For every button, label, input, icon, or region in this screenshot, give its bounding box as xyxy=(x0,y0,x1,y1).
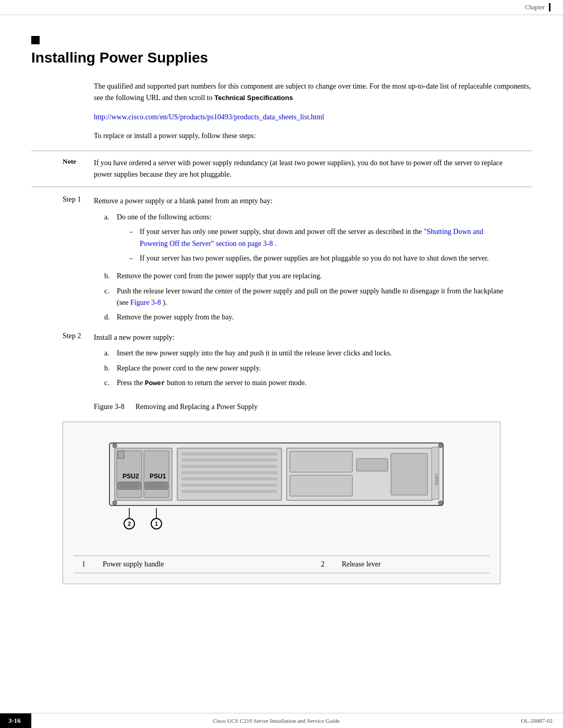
page-content: Installing Power Supplies The qualified … xyxy=(0,15,563,626)
chapter-line xyxy=(549,3,550,11)
svg-text:PSU1: PSU1 xyxy=(150,473,166,480)
svg-rect-17 xyxy=(181,484,277,487)
svg-rect-13 xyxy=(181,459,277,462)
svg-rect-7 xyxy=(119,483,139,488)
svg-rect-15 xyxy=(181,471,277,474)
step1-sub-d: d. Remove the power supply from the bay. xyxy=(104,312,511,323)
step2-sub-c-content: Press the Power button to return the ser… xyxy=(117,377,511,389)
page-header: Chapter xyxy=(0,0,563,15)
step2-sub-c-label: c. xyxy=(104,377,117,389)
dash-2-content: If your server has two power supplies, t… xyxy=(140,253,511,264)
svg-point-24 xyxy=(113,443,117,448)
note-box: Note If you have ordered a server with p… xyxy=(31,151,532,188)
page-number: 3-16 xyxy=(0,713,31,728)
svg-rect-9 xyxy=(146,483,166,488)
figure-caption: Figure 3-8 Removing and Replacing a Powe… xyxy=(94,403,532,411)
chapter-text: Chapter xyxy=(525,4,545,11)
svg-rect-12 xyxy=(181,452,277,455)
step1-sub-c-label: c. xyxy=(104,286,117,297)
server-svg: PSU2 PSU1 xyxy=(104,433,459,537)
dash-2-symbol: – xyxy=(129,253,140,264)
svg-point-27 xyxy=(438,501,443,505)
svg-rect-23 xyxy=(391,453,427,495)
step2-sub-a-label: a. xyxy=(104,348,117,359)
cisco-url-link[interactable]: http://www.cisco.com/en/US/products/ps10… xyxy=(94,113,324,121)
dash-1-symbol: – xyxy=(129,226,140,238)
chapter-marker xyxy=(31,36,40,44)
step-1-content: Remove a power supply or a blank panel f… xyxy=(94,195,532,327)
legend-row-1: 1 Power supply handle 2 Release lever xyxy=(74,556,489,573)
intro-url[interactable]: http://www.cisco.com/en/US/products/ps10… xyxy=(94,112,532,123)
svg-marker-10 xyxy=(118,451,124,459)
legend-2-num: 2 xyxy=(312,556,333,573)
step2-sub-b: b. Replace the power cord to the new pow… xyxy=(104,363,511,374)
step2-sub-a-text: Insert the new power supply into the bay… xyxy=(117,348,511,359)
step-2-container: Step 2 Install a new power supply: a. In… xyxy=(31,332,532,392)
step1-sub-a: a. Do one of the following actions: – If… xyxy=(104,212,511,268)
step1-sub-c: c. Push the release lever toward the cen… xyxy=(104,286,511,309)
step1-sub-b-text: Remove the power cord from the power sup… xyxy=(117,270,511,282)
step1-sub-a-text: Do one of the following actions: xyxy=(117,212,511,223)
chapter-title: Installing Power Supplies xyxy=(31,50,532,66)
step-2-text: Install a new power supply: xyxy=(94,332,511,343)
step-2-content: Install a new power supply: a. Insert th… xyxy=(94,332,532,392)
step1-sub-b: b. Remove the power cord from the power … xyxy=(104,270,511,282)
svg-rect-20 xyxy=(290,451,352,472)
intro-para1: The qualified and supported part numbers… xyxy=(94,81,532,104)
intro-para2: To replace or install a power supply, fo… xyxy=(94,130,532,142)
svg-rect-22 xyxy=(357,459,388,471)
svg-point-26 xyxy=(113,501,117,505)
step2-sub-b-label: b. xyxy=(104,363,117,374)
svg-rect-14 xyxy=(181,465,277,468)
power-button-label: Power xyxy=(145,379,165,387)
legend-1-label: Power supply handle xyxy=(94,556,312,573)
svg-text:195920: 195920 xyxy=(435,473,438,485)
legend-2-label: Release lever xyxy=(333,556,489,573)
figure-3-8-link[interactable]: Figure 3-8 xyxy=(130,299,161,306)
page-footer: 3-16 Cisco UCS C210 Server Installation … xyxy=(0,713,563,728)
note-label: Note xyxy=(31,157,94,181)
legend-1-num: 1 xyxy=(74,556,94,573)
footer-title: Cisco UCS C210 Server Installation and S… xyxy=(31,718,521,724)
step1-sub-c-content: Push the release lever toward the center… xyxy=(117,286,511,309)
svg-rect-16 xyxy=(181,477,277,480)
svg-rect-21 xyxy=(290,475,352,496)
step2-sub-b-text: Replace the power cord to the new power … xyxy=(117,363,511,374)
step1-sub-b-label: b. xyxy=(104,270,117,282)
figure-diagram-area: PSU2 PSU1 xyxy=(63,422,500,584)
step1-sub-d-label: d. xyxy=(104,312,117,323)
figure-number: Figure 3-8 xyxy=(94,403,125,411)
step-2-label: Step 2 xyxy=(31,332,94,340)
svg-text:2: 2 xyxy=(128,521,131,527)
svg-point-25 xyxy=(438,443,443,448)
dash-item-2: – If your server has two power supplies,… xyxy=(129,253,511,264)
step1-sub-d-text: Remove the power supply from the bay. xyxy=(117,312,511,323)
svg-text:PSU2: PSU2 xyxy=(123,473,139,480)
dash-item-1: – If your server has only one power supp… xyxy=(129,226,511,250)
svg-text:1: 1 xyxy=(155,521,158,527)
step2-sub-c: c. Press the Power button to return the … xyxy=(104,377,511,389)
step-1-text: Remove a power supply or a blank panel f… xyxy=(94,195,511,207)
dash-1-content: If your server has only one power supply… xyxy=(140,226,511,250)
figure-caption-text: Removing and Replacing a Power Supply xyxy=(136,403,258,411)
step2-sub-a: a. Insert the new power supply into the … xyxy=(104,348,511,359)
chapter-label: Chapter xyxy=(525,3,550,11)
step-1-container: Step 1 Remove a power supply or a blank … xyxy=(31,195,532,327)
figure-legend-table: 1 Power supply handle 2 Release lever xyxy=(74,556,489,573)
step1-sub-a-content: Do one of the following actions: – If yo… xyxy=(117,212,511,268)
note-content: If you have ordered a server with power … xyxy=(94,157,532,181)
footer-doc-number: OL-20887-02 xyxy=(521,718,564,724)
step-1-label: Step 1 xyxy=(31,195,94,204)
step1-sub-a-label: a. xyxy=(104,212,117,223)
svg-rect-18 xyxy=(181,490,277,493)
